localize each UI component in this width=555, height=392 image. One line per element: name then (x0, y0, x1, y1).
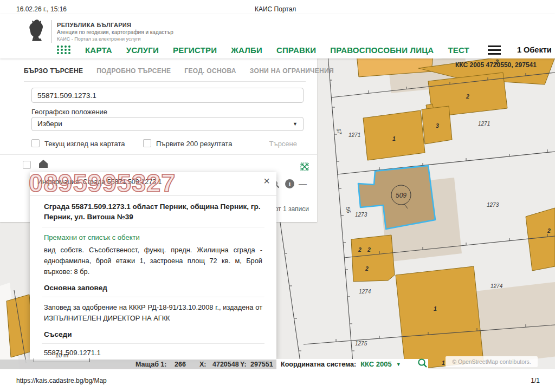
close-icon[interactable]: × (263, 175, 270, 186)
tab-quick-search[interactable]: БЪРЗО ТЪРСЕНЕ (24, 67, 83, 75)
coordinate-system-bar: Координатна система: ККС 2005 ▼ (276, 359, 428, 369)
popup-header: Информация: Сграда 55871.509.1273.1 × (30, 172, 276, 196)
first-200-results-label: Първите 200 резултата (156, 140, 232, 148)
panel-divider (0, 154, 317, 155)
site-header: РЕПУБЛИКА БЪЛГАРИЯ Агенция по геодезия, … (0, 14, 555, 58)
order-text: Заповед за одобрение на КККР РД-18-91/13… (44, 302, 262, 324)
map-attribution: © OpenStreetMap contributors. (446, 356, 538, 367)
geo-position-select[interactable]: Избери ▼ (31, 117, 304, 131)
collapse-minus-icon[interactable]: — (299, 179, 307, 188)
nav-item-zhalbi[interactable]: ЖАЛБИ (231, 45, 262, 55)
svg-text:1: 1 (392, 135, 396, 142)
coat-of-arms-lion-icon (27, 18, 47, 45)
popup-divider (42, 343, 264, 344)
print-title: КАИС Портал (255, 5, 296, 13)
svg-text:1274: 1274 (491, 283, 503, 289)
apps-grid-icon[interactable] (57, 45, 71, 54)
svg-text:1: 1 (434, 305, 437, 312)
svg-text:3: 3 (436, 122, 439, 129)
logo-divider (51, 20, 51, 43)
search-input[interactable] (31, 88, 304, 103)
building-full-title: Сграда 55871.509.1273.1 област Перник, о… (44, 201, 262, 222)
nav-item-test[interactable]: ТЕСТ (448, 45, 469, 55)
popup-title: Информация: Сграда 55871.509.1273.1 (37, 178, 162, 186)
building-description: вид собств. Съсобственост, функц. предн.… (44, 245, 262, 277)
scale-value: 266 (175, 360, 186, 369)
tab-detailed-search[interactable]: ПОДРОБНО ТЪРСЕНЕ (96, 67, 171, 75)
objects-counter[interactable]: 1 Обекти (517, 45, 552, 54)
nav-item-karta[interactable]: КАРТА (85, 45, 112, 55)
logo-agency: Агенция по геодезия, картография и кадас… (57, 29, 173, 35)
first-200-results-checkbox[interactable] (143, 139, 151, 147)
neighbors-heading: Съседи (44, 330, 262, 338)
kais-portal-page: 16.02.26 г., 15:16 КАИС Портал (0, 0, 555, 392)
chevron-down-icon: ▼ (293, 117, 298, 130)
scale-bar-label: 10 m (34, 352, 90, 358)
x-label: X: (199, 360, 206, 369)
svg-text:1273: 1273 (487, 202, 499, 208)
current-map-view-checkbox[interactable] (31, 139, 40, 147)
svg-text:1271: 1271 (349, 132, 360, 138)
info-icon[interactable]: i (285, 179, 294, 188)
svg-text:2: 2 (547, 227, 551, 234)
svg-text:2: 2 (466, 93, 469, 100)
search-icon[interactable] (417, 358, 428, 370)
main-nav: КАРТА УСЛУГИ РЕГИСТРИ ЖАЛБИ СПРАВКИ ПРАВ… (57, 42, 539, 57)
print-footer-page: 1/1 (531, 377, 540, 384)
result-row-checkbox[interactable] (23, 161, 31, 169)
x-value: 4720548 (212, 360, 239, 369)
building-big-1 (396, 266, 483, 369)
print-datetime: 16.02.26 г., 15:16 (16, 5, 67, 13)
svg-text:2: 2 (358, 246, 362, 253)
order-heading: Основна заповед (44, 284, 262, 292)
chevron-down-icon[interactable]: ▼ (396, 362, 401, 367)
search-button[interactable]: Търсене (269, 140, 297, 148)
remove-from-objects-link[interactable]: Премахни от списък с обекти (44, 233, 140, 241)
crs-coordinates-overlay: ККС 2005 4720550, 297541 (455, 61, 537, 69)
print-header: 16.02.26 г., 15:16 КАИС Портал (0, 0, 555, 14)
svg-text:1275: 1275 (355, 341, 367, 347)
tab-restriction-zones[interactable]: ЗОНИ НА ОГРАНИЧЕНИЯ (250, 67, 334, 75)
agency-logo[interactable]: РЕПУБЛИКА БЪЛГАРИЯ Агенция по геодезия, … (27, 18, 173, 45)
tab-geodetic-basis[interactable]: ГЕОД. ОСНОВА (184, 67, 236, 75)
geo-select-value: Избери (37, 120, 62, 128)
map-scale-bar: 10 m (34, 352, 90, 362)
logo-portal: КАИС - Портал за електронни услуги (57, 36, 173, 42)
nav-item-registri[interactable]: РЕГИСТРИ (173, 45, 217, 55)
search-tabs: БЪРЗО ТЪРСЕНЕ ПОДРОБНО ТЪРСЕНЕ ГЕОД. ОСН… (24, 67, 306, 82)
current-map-view-label: Текущ изглед на картата (44, 140, 125, 148)
nav-item-pravosposobni-litsa[interactable]: ПРАВОСПОСОБНИ ЛИЦА (330, 45, 434, 55)
svg-text:1: 1 (442, 360, 445, 366)
y-label: Y: (240, 360, 247, 369)
svg-text:1273: 1273 (355, 212, 367, 218)
crs-select[interactable]: ККС 2005 (360, 360, 392, 368)
crs-label: Координатна система: (281, 361, 356, 368)
popup-divider (42, 227, 264, 227)
svg-text:2: 2 (367, 246, 371, 253)
nav-item-uslugi[interactable]: УСЛУГИ (126, 45, 159, 55)
nav-item-spravki[interactable]: СПРАВКИ (276, 45, 316, 55)
popup-divider (42, 297, 264, 297)
logo-country: РЕПУБЛИКА БЪЛГАРИЯ (57, 22, 173, 28)
building-result-icon (38, 159, 49, 172)
expand-extent-icon[interactable] (300, 162, 309, 173)
scale-bar-rule (34, 358, 90, 362)
building-2-2 (351, 235, 395, 282)
scale-label: Мащаб 1: (135, 360, 166, 369)
geo-position-label: Географско положение (31, 108, 107, 116)
svg-text:1271: 1271 (478, 121, 490, 127)
svg-text:2: 2 (365, 265, 369, 272)
selected-building-label: 509 (396, 192, 406, 199)
search-options-row: Текущ изглед на картата Първите 200 резу… (31, 139, 304, 149)
y-value: 297551 (250, 360, 273, 369)
print-footer-url: https://kais.cadastre.bg/bg/Map (16, 377, 107, 384)
svg-text:1274: 1274 (359, 289, 371, 295)
hamburger-menu-icon[interactable] (488, 45, 501, 55)
info-popup: 0895995327 Информация: Сграда 55871.509.… (30, 172, 276, 360)
popup-body: Сграда 55871.509.1273.1 област Перник, о… (30, 196, 276, 357)
